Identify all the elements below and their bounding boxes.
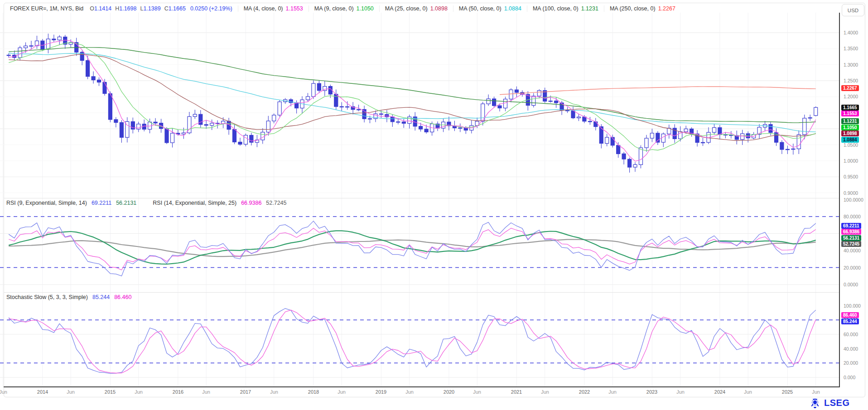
rsi-axis-label: 0.0000 — [844, 282, 858, 287]
time-axis-tick: 2021 — [511, 389, 522, 395]
stoch-axis-label: 100.000 — [844, 303, 861, 309]
indicator-legend-item[interactable]: RSI (9, Exponential, Simple, 14)69.22115… — [6, 200, 136, 206]
price-axis-label: 1.3000 — [844, 62, 858, 68]
stochastic-header: Stochastic Slow (5, 3, 3, Simple)85.2448… — [6, 294, 143, 300]
price-axis-label: 0.9500 — [844, 174, 858, 179]
lseg-logo-text: LSEG — [824, 398, 849, 408]
time-axis-tick: Jun — [473, 389, 481, 395]
stoch-axis-label: 0.000 — [844, 375, 855, 380]
time-axis-tick: 2020 — [444, 389, 454, 395]
price-badge: 1.1553 — [841, 111, 859, 116]
time-axis-tick: Jun — [812, 389, 820, 395]
time-axis-tick: Jun — [0, 389, 7, 395]
rsi-badge: 69.2211 — [841, 223, 861, 229]
price-axis-label: 1.2500 — [844, 78, 858, 83]
lseg-logo: LSEG — [809, 397, 849, 409]
currency-label: USD — [848, 8, 858, 13]
price-badge: 1.1050 — [841, 125, 859, 130]
time-axis-tick: Jun — [338, 389, 346, 395]
rsi-axis-label: 80.0000 — [844, 214, 861, 219]
lseg-logo-emblem — [809, 397, 821, 409]
time-axis-tick: Jun — [744, 389, 752, 395]
price-badge: 1.0884 — [841, 137, 859, 143]
ohlc-pair: O1.1414 — [90, 5, 111, 12]
price-axis-label: 1.0500 — [844, 142, 858, 148]
time-axis-tick: 2024 — [714, 389, 725, 395]
time-axis-tick: 2015 — [105, 389, 116, 395]
indicator-legend-item[interactable]: Stochastic Slow (5, 3, 3, Simple)85.2448… — [6, 294, 131, 300]
ohlc-pair: L1.1389 — [140, 5, 160, 12]
price-axis-label: 0.9000 — [844, 190, 858, 196]
time-axis-tick: Jun — [541, 389, 549, 395]
time-axis-tick: Jun — [202, 389, 210, 395]
stoch-axis-label: 40.000 — [844, 346, 858, 352]
price-badge: 1.0898 — [841, 130, 859, 136]
time-axis-tick: Jun — [135, 389, 143, 395]
ohlc-values: O1.1414H1.1698L1.1389C1.16650.0250 (+2.1… — [86, 5, 232, 12]
price-axis-line — [839, 13, 840, 387]
ma-legend-item[interactable]: MA (250, close, 0)1.2267 — [604, 5, 681, 12]
price-axis-label: 1.3500 — [844, 46, 858, 51]
ma-legend-item[interactable]: MA (4, close, 0)1.1553 — [238, 5, 309, 12]
chart-legend: FOREX EUR=, 1M, NYS, Bid O1.1414H1.1698L… — [5, 3, 681, 14]
instrument-label: FOREX EUR=, 1M, NYS, Bid O1.1414H1.1698L… — [5, 5, 238, 12]
time-axis-tick: 2016 — [173, 389, 183, 395]
price-badge: 1.1665 — [841, 105, 859, 111]
time-axis-tick: 2018 — [308, 389, 319, 395]
time-axis-tick: Jun — [405, 389, 414, 395]
rsi-axis-label: 20.0000 — [844, 265, 861, 270]
price-axis-label: 1.0000 — [844, 158, 858, 164]
time-axis-tick: Jun — [270, 389, 278, 395]
price-badge: 1.1231 — [841, 118, 859, 124]
stoch-axis-label: 60.000 — [844, 332, 858, 337]
time-axis-tick: Jun — [608, 389, 617, 395]
rsi-badge: 56.2131 — [841, 235, 861, 241]
rsi-badge: 66.9386 — [841, 229, 861, 235]
net-change: 0.0250 (+2.19%) — [190, 5, 232, 12]
currency-axis-button[interactable]: USD — [842, 4, 864, 16]
time-axis-line — [4, 386, 840, 387]
price-axis-label: 1.4000 — [844, 30, 858, 35]
instrument-text: FOREX EUR=, 1M, NYS, Bid — [10, 5, 83, 12]
chart-application: FOREX EUR=, 1M, NYS, Bid O1.1414H1.1698L… — [0, 0, 868, 410]
stoch-badge: 86.460 — [841, 312, 859, 318]
time-axis-tick: 2019 — [376, 389, 386, 395]
rsi-axis-label: 100.0000 — [844, 197, 863, 203]
ma-legend-item[interactable]: MA (9, close, 0)1.1050 — [309, 5, 380, 12]
time-axis-tick: 2022 — [579, 389, 590, 395]
rsi-badge: 52.7245 — [841, 241, 861, 247]
ohlc-pair: H1.1698 — [115, 5, 136, 12]
ma-legend-item[interactable]: MA (50, close, 0)1.0884 — [453, 5, 527, 12]
stoch-badge: 85.244 — [841, 318, 859, 324]
time-axis-tick: 2014 — [37, 389, 48, 395]
price-badge: 1.2267 — [841, 85, 859, 91]
ma-legend-item[interactable]: MA (25, close, 0)1.0898 — [380, 5, 453, 12]
ohlc-pair: C1.1665 — [164, 5, 186, 12]
rsi-header: RSI (9, Exponential, Simple, 14)69.22115… — [6, 200, 299, 206]
panel-separator — [4, 292, 839, 293]
time-axis-tick: 2017 — [240, 389, 251, 395]
stoch-axis-label: 20.000 — [844, 360, 858, 366]
ma-legend-items: MA (4, close, 0)1.1553MA (9, close, 0)1.… — [238, 5, 681, 12]
ma-legend-item[interactable]: MA (100, close, 0)1.1231 — [527, 5, 604, 12]
time-axis-tick: Jun — [67, 389, 75, 395]
rsi-axis-label: 40.0000 — [844, 248, 861, 253]
panel-separator — [4, 198, 839, 198]
price-axis-label: 1.2000 — [844, 94, 858, 99]
time-axis-tick: 2025 — [782, 389, 793, 395]
time-axis-tick: 2023 — [646, 389, 657, 395]
time-axis-tick: Jun — [676, 389, 685, 395]
indicator-legend-item[interactable]: RSI (14, Exponential, Simple, 25)66.9386… — [153, 200, 286, 206]
